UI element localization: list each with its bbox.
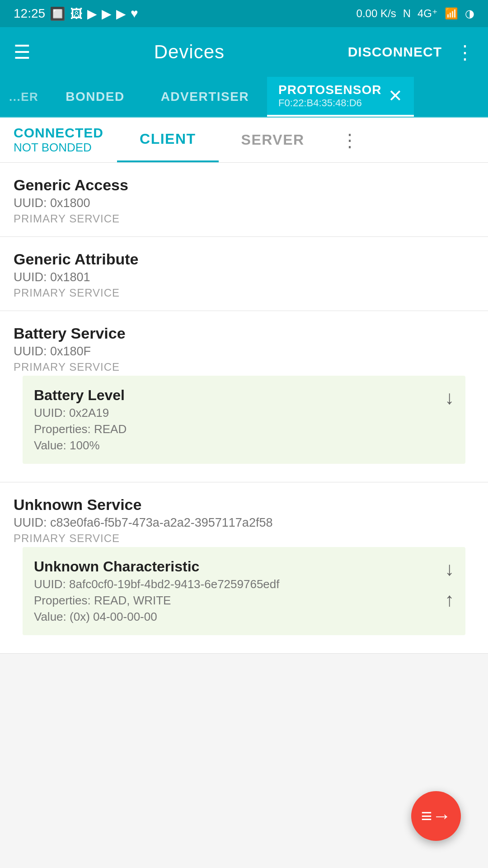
uuid-label: UUID: bbox=[14, 196, 47, 210]
uuid-value: 0x180F bbox=[50, 344, 91, 358]
characteristic-battery-level: Battery Level UUID: 0x2A19 Properties: R… bbox=[23, 376, 465, 464]
heart-icon: ♥ bbox=[131, 6, 138, 21]
uuid-value: c83e0fa6-f5b7-473a-a2a2-3957117a2f58 bbox=[50, 516, 272, 529]
app-bar-more-button[interactable]: ⋮ bbox=[455, 41, 474, 63]
connected-status: CONNECTED bbox=[14, 125, 103, 141]
characteristic-unknown-props: Properties: READ, WRITE bbox=[34, 594, 438, 608]
service-generic-access: Generic Access UUID: 0x1800 PRIMARY SERV… bbox=[0, 163, 488, 237]
value-label: Value: bbox=[34, 439, 66, 452]
characteristic-unknown-name: Unknown Characteristic bbox=[34, 558, 438, 575]
upload-button[interactable]: ↑ bbox=[445, 589, 454, 611]
uuid-label: UUID: bbox=[14, 270, 47, 284]
tab-bonded[interactable]: BONDED bbox=[47, 77, 142, 117]
time-display: 12:25 bbox=[14, 6, 45, 21]
service-generic-attribute: Generic Attribute UUID: 0x1801 PRIMARY S… bbox=[0, 237, 488, 311]
service-battery-uuid: UUID: 0x180F bbox=[14, 344, 474, 359]
service-generic-attribute-uuid: UUID: 0x1801 bbox=[14, 270, 474, 284]
signal-icon: 4G⁺ bbox=[418, 7, 438, 20]
fab-icon: ≡→ bbox=[421, 805, 451, 827]
tab-client-label: CLIENT bbox=[140, 131, 196, 147]
youtube-icon-1: ▶ bbox=[87, 6, 97, 21]
app-bar: ☰ Devices DISCONNECT ⋮ bbox=[0, 27, 488, 77]
nfc-icon: N bbox=[403, 7, 411, 20]
props-label: Properties: bbox=[34, 594, 91, 607]
wifi-icon: 📶 bbox=[445, 7, 458, 20]
value-data: 100% bbox=[70, 439, 100, 452]
tab-bonded-label: BONDED bbox=[66, 90, 124, 104]
tab-protosensor-label: PROTOSENSOR bbox=[278, 83, 381, 97]
uuid-value: 0x2A19 bbox=[69, 406, 109, 420]
status-bar-left: 12:25 🔲 🖼 ▶ ▶ ▶ ♥ bbox=[14, 6, 138, 21]
tab-client[interactable]: CLIENT bbox=[117, 118, 219, 162]
sub-tab-more-button[interactable]: ⋮ bbox=[327, 118, 372, 162]
tab-server[interactable]: SERVER bbox=[219, 118, 327, 162]
battery-icon: ◑ bbox=[465, 7, 474, 20]
uuid-value: 8afc0cf0-19bf-4bd2-9413-6e7259765edf bbox=[69, 577, 280, 591]
sub-tab-more-icon: ⋮ bbox=[341, 130, 359, 151]
connection-status: CONNECTED NOT BONDED bbox=[0, 125, 117, 155]
service-battery-name: Battery Service bbox=[14, 325, 474, 342]
youtube-icon-3: ▶ bbox=[116, 6, 126, 21]
characteristic-battery-level-name: Battery Level bbox=[34, 387, 438, 404]
tab-advertiser[interactable]: ADVERTISER bbox=[143, 77, 267, 117]
tab-protosensor-subtitle: F0:22:B4:35:48:D6 bbox=[278, 97, 362, 109]
uuid-label: UUID: bbox=[14, 344, 47, 358]
service-battery: Battery Service UUID: 0x180F PRIMARY SER… bbox=[0, 311, 488, 482]
service-battery-type: PRIMARY SERVICE bbox=[14, 361, 474, 373]
characteristic-unknown-content: Unknown Characteristic UUID: 8afc0cf0-19… bbox=[34, 558, 438, 624]
sub-header: CONNECTED NOT BONDED CLIENT SERVER ⋮ bbox=[0, 118, 488, 163]
tab-scanner[interactable]: ...ER bbox=[0, 77, 47, 117]
service-unknown-type: PRIMARY SERVICE bbox=[14, 532, 474, 545]
characteristic-battery-level-uuid: UUID: 0x2A19 bbox=[34, 406, 438, 420]
characteristic-unknown-uuid: UUID: 8afc0cf0-19bf-4bd2-9413-6e7259765e… bbox=[34, 577, 438, 591]
tab-bar: ...ER BONDED ADVERTISER PROTOSENSOR F0:2… bbox=[0, 77, 488, 118]
value-label: Value: bbox=[34, 610, 66, 623]
characteristic-battery-level-props: Properties: READ bbox=[34, 422, 438, 436]
service-generic-attribute-name: Generic Attribute bbox=[14, 250, 474, 268]
bonded-status: NOT BONDED bbox=[14, 141, 103, 155]
gallery-icon: 🖼 bbox=[70, 6, 83, 21]
notification-icon: 🔲 bbox=[50, 6, 66, 21]
services-list: Generic Access UUID: 0x1800 PRIMARY SERV… bbox=[0, 163, 488, 654]
uuid-label: UUID: bbox=[14, 516, 47, 529]
status-bar-right: 0.00 K/s N 4G⁺ 📶 ◑ bbox=[357, 7, 474, 20]
tab-server-label: SERVER bbox=[241, 132, 305, 148]
download-button[interactable]: ↓ bbox=[445, 387, 454, 409]
service-generic-attribute-type: PRIMARY SERVICE bbox=[14, 287, 474, 299]
characteristic-unknown-value: Value: (0x) 04-00-00-00 bbox=[34, 610, 438, 624]
speed-display: 0.00 K/s bbox=[357, 7, 396, 20]
characteristic-battery-level-value: Value: 100% bbox=[34, 439, 438, 453]
youtube-icon-2: ▶ bbox=[102, 6, 112, 21]
value-data: (0x) 04-00-00-00 bbox=[70, 610, 157, 623]
props-value: READ bbox=[94, 422, 127, 436]
service-generic-access-name: Generic Access bbox=[14, 176, 474, 194]
download-button[interactable]: ↓ bbox=[445, 558, 454, 580]
app-bar-title: Devices bbox=[154, 41, 225, 63]
tab-protosensor[interactable]: PROTOSENSOR F0:22:B4:35:48:D6 ✕ bbox=[267, 77, 414, 117]
characteristic-battery-level-actions: ↓ bbox=[438, 387, 454, 409]
sub-tabs: CLIENT SERVER ⋮ bbox=[117, 118, 488, 162]
fab-button[interactable]: ≡→ bbox=[411, 791, 461, 841]
props-label: Properties: bbox=[34, 422, 91, 436]
tab-advertiser-label: ADVERTISER bbox=[161, 90, 249, 104]
disconnect-button[interactable]: DISCONNECT bbox=[348, 44, 442, 60]
characteristic-battery-level-content: Battery Level UUID: 0x2A19 Properties: R… bbox=[34, 387, 438, 453]
tab-scanner-label: ...ER bbox=[9, 90, 38, 104]
characteristic-unknown-actions: ↓ ↑ bbox=[438, 558, 454, 611]
uuid-label: UUID: bbox=[34, 577, 66, 591]
service-unknown-uuid: UUID: c83e0fa6-f5b7-473a-a2a2-3957117a2f… bbox=[14, 516, 474, 530]
service-generic-access-type: PRIMARY SERVICE bbox=[14, 212, 474, 225]
characteristic-unknown: Unknown Characteristic UUID: 8afc0cf0-19… bbox=[23, 547, 465, 635]
uuid-value: 0x1801 bbox=[50, 270, 90, 284]
hamburger-menu-button[interactable]: ☰ bbox=[14, 41, 31, 63]
uuid-label: UUID: bbox=[34, 406, 66, 420]
service-unknown: Unknown Service UUID: c83e0fa6-f5b7-473a… bbox=[0, 482, 488, 654]
status-bar: 12:25 🔲 🖼 ▶ ▶ ▶ ♥ 0.00 K/s N 4G⁺ 📶 ◑ bbox=[0, 0, 488, 27]
service-generic-access-uuid: UUID: 0x1800 bbox=[14, 196, 474, 210]
props-value: READ, WRITE bbox=[94, 594, 171, 607]
service-unknown-name: Unknown Service bbox=[14, 496, 474, 514]
uuid-value: 0x1800 bbox=[50, 196, 90, 210]
app-bar-actions: DISCONNECT ⋮ bbox=[348, 41, 474, 63]
tab-protosensor-close-button[interactable]: ✕ bbox=[388, 86, 403, 106]
